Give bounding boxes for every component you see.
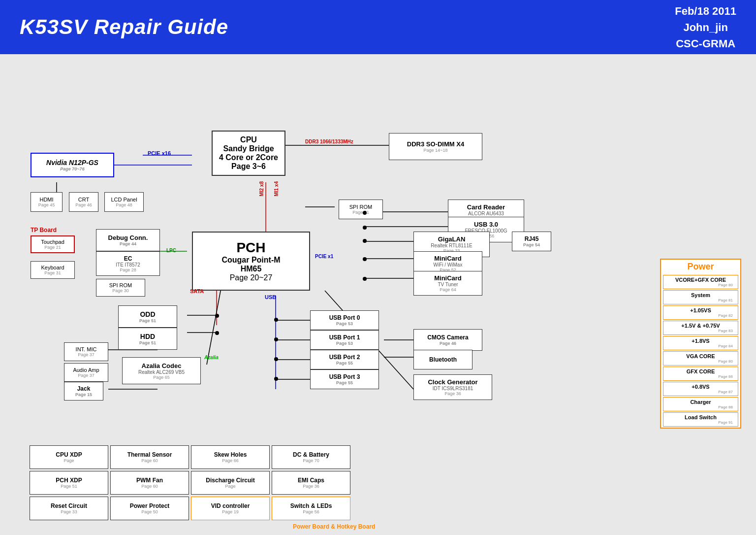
- page: K53SV Repair Guide Feb/18 2011 John_jin …: [0, 0, 756, 535]
- azalia-sub: Realtek ALC269 VB5: [138, 369, 185, 375]
- cpu-line1: Sandy Bridge: [217, 144, 281, 153]
- gigalan-sub: Realtek RTL8111E: [431, 243, 472, 248]
- dot-usb0: [274, 318, 278, 322]
- int-mic-box: INT. MIC Page 37: [64, 342, 108, 361]
- gigalan-label: GigaLAN: [438, 235, 466, 243]
- pch-line2: HM65: [241, 265, 262, 273]
- header-author: John_jin: [675, 19, 736, 35]
- power-board-label: Power Board & Hotkey Board: [293, 523, 375, 530]
- power-item: +1.05VSPage 82: [663, 305, 738, 320]
- usb3-port-page: Page 55: [336, 380, 353, 385]
- bottom-table-cell: PWM FanPage 60: [110, 471, 189, 495]
- bottom-table-cell: CPU XDPPage: [30, 445, 108, 469]
- card-reader-sub: ALCOR AU6433: [468, 211, 504, 216]
- clock-gen-label: Clock Generator: [428, 378, 477, 386]
- sata-label: SATA: [190, 288, 204, 294]
- bottom-table-cell: Thermal SensorPage 60: [110, 445, 189, 469]
- azalia-page: Page 65: [153, 375, 170, 380]
- lcd-page: Page 48: [116, 202, 132, 207]
- spirom-top-box: SPI ROM Page 31: [339, 200, 383, 219]
- jack-box: Jack Page 15: [64, 382, 103, 401]
- usb3-port-label: USB Port 3: [329, 373, 360, 380]
- azalia-box: Azalia Codec Realtek ALC269 VB5 Page 65: [122, 357, 201, 384]
- bottom-table-cell: Switch & LEDsPage 56: [272, 497, 350, 520]
- keyboard-box: Keyboard Page 31: [31, 261, 75, 279]
- minicard-wifi-label: MiniCard: [434, 255, 462, 262]
- cmos-camera-box: CMOS Camera Page 46: [413, 329, 482, 351]
- keyboard-page: Page 31: [44, 270, 61, 275]
- dot-cardreader: [363, 211, 367, 215]
- minicard-tv-page: Page 64: [440, 287, 456, 292]
- odd-label: ODD: [140, 310, 155, 318]
- odd-box: ODD Page 51: [118, 305, 177, 328]
- clock-gen-page: Page 36: [444, 391, 461, 396]
- cmos-label: CMOS Camera: [427, 334, 468, 341]
- pch-box: PCH Cougar Point-M HM65 Page 20~27: [192, 232, 310, 291]
- bluetooth-box: Bluetooth: [413, 350, 472, 369]
- usb-port3-box: USB Port 3 Page 55: [310, 369, 379, 389]
- dot-hdd: [215, 331, 219, 335]
- bottom-table-cell: DC & BatteryPage 70: [272, 445, 350, 469]
- audio-amp-page: Page 37: [78, 373, 94, 378]
- lcd-box: LCD Panel Page 48: [104, 192, 144, 212]
- cpu-line2: 4 Core or 2Core: [217, 153, 281, 162]
- dot-minicard-tv: [363, 277, 367, 281]
- touchpad-label: Touchpad: [41, 239, 64, 245]
- header-dept: CSC-GRMA: [675, 35, 736, 52]
- usb2-label: USB Port 2: [329, 354, 360, 361]
- jack-page: Page 15: [75, 392, 92, 397]
- debug-page: Page 44: [120, 241, 136, 246]
- minicard-tv-label: MiniCard: [434, 274, 462, 282]
- debug-box: Debug Conn. Page 44: [96, 229, 160, 251]
- keyboard-label: Keyboard: [41, 265, 64, 270]
- usb-port0-box: USB Port 0 Page 53: [310, 310, 379, 330]
- power-item: +1.5V & +0.75VPage 83: [663, 321, 738, 335]
- header: K53SV Repair Guide Feb/18 2011 John_jin …: [0, 0, 756, 54]
- bottom-table-cell: Reset CircuitPage 33: [30, 497, 108, 520]
- touchpad-page: Page 21: [44, 245, 61, 250]
- hdmi-page: Page 45: [38, 202, 55, 207]
- bottom-table-cell: VID controllerPage 19: [191, 497, 270, 520]
- header-date: Feb/18 2011: [675, 3, 736, 19]
- usb0-label: USB Port 0: [329, 314, 360, 321]
- hdd-page: Page 51: [139, 340, 156, 345]
- rj45-label: RJ45: [525, 235, 539, 242]
- clock-gen-sub: IDT ICS9LRS3181: [433, 386, 473, 391]
- pcie-x16-label: PCIE x16: [148, 150, 171, 156]
- spirom-ec-page: Page 30: [112, 288, 129, 293]
- dot-gigalan: [363, 239, 367, 243]
- ddr3-page: Page 14~18: [424, 148, 448, 153]
- power-title: Power: [661, 260, 740, 274]
- ddr3-label: DDR3 SO-DIMM X4: [407, 140, 464, 148]
- rj45-box: RJ45 Page 54: [512, 232, 551, 251]
- bottom-table-cell: Skew HolesPage 66: [191, 445, 270, 469]
- ddr3-box: DDR3 SO-DIMM X4 Page 14~18: [389, 133, 482, 160]
- usb1-label: USB Port 1: [329, 334, 360, 341]
- lpc-label: LPC: [166, 248, 176, 253]
- dot-odd: [215, 314, 219, 318]
- power-item: SystemPage 81: [663, 290, 738, 304]
- power-item: GFX COREPage 86: [663, 367, 738, 381]
- spirom-ec-label: SPI ROM: [109, 282, 132, 288]
- power-panel: Power VCORE+GFX COREPage 80SystemPage 81…: [660, 259, 741, 429]
- cpu-label: CPU: [217, 135, 281, 144]
- dot-usb1: [274, 337, 278, 341]
- hdmi-box: HDMI Page 45: [31, 192, 63, 212]
- card-reader-label: Card Reader: [467, 203, 505, 211]
- dot-usb3: [274, 377, 278, 381]
- minicard-wifi-sub: WiFi / WiMax: [434, 262, 463, 268]
- int-mic-label: INT. MIC: [76, 346, 97, 352]
- crt-page: Page 46: [75, 202, 92, 207]
- power-item: ChargerPage 88: [663, 397, 738, 411]
- power-item: VGA COREPage 80: [663, 351, 738, 366]
- lcd-label: LCD Panel: [111, 197, 137, 202]
- hdmi-label: HDMI: [39, 197, 53, 202]
- rj45-page: Page 54: [523, 242, 540, 247]
- power-item: Load SwitchPage 91: [663, 412, 738, 427]
- audio-amp-box: Audio Amp Page 37: [64, 363, 108, 382]
- diagram: CPU Sandy Bridge 4 Core or 2Core Page 3~…: [0, 54, 756, 535]
- pch-line1: Cougar Point-M: [221, 256, 280, 265]
- spirom-ec-box: SPI ROM Page 30: [96, 279, 145, 297]
- dot-minicard-wifi: [363, 257, 367, 261]
- nvidia-box: Nvidia N12P-GS Page 70~76: [31, 153, 114, 177]
